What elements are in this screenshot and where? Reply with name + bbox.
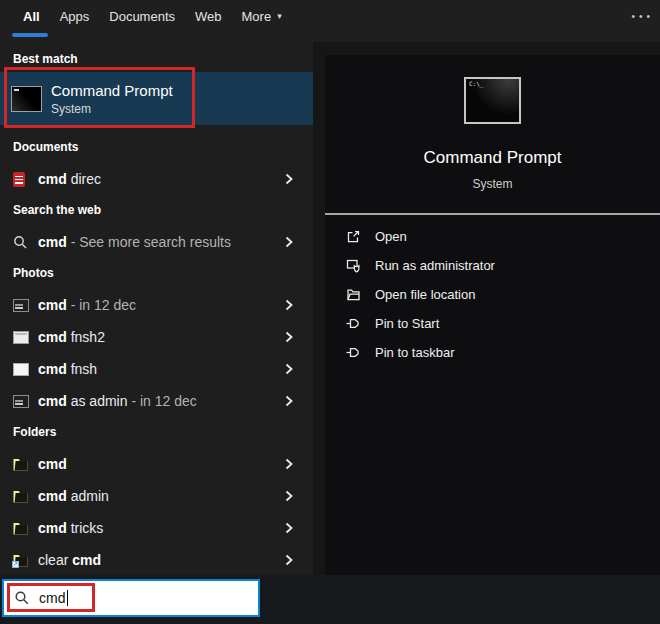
active-tab-underline (12, 33, 48, 37)
chevron-right-icon[interactable] (283, 331, 295, 343)
tab-label: Apps (60, 9, 90, 24)
preview-subtitle: System (472, 177, 512, 191)
section-header: Photos (13, 266, 313, 281)
search-filter-bar: AllAppsDocumentsWebMore▾ ••• (0, 0, 660, 42)
tab-label: Documents (109, 9, 175, 24)
result-row[interactable]: cmd (0, 448, 313, 480)
action-label: Open file location (375, 287, 475, 302)
tab-all[interactable]: All (23, 9, 40, 24)
chevron-right-icon[interactable] (283, 458, 295, 470)
result-row[interactable]: cmd fnsh2 (0, 321, 313, 353)
action-label: Run as administrator (375, 258, 495, 273)
search-results-panel: Best match Command Prompt System Documen… (0, 42, 313, 575)
chevron-right-icon[interactable] (283, 173, 295, 185)
section-header-best-match: Best match (13, 52, 313, 67)
action-label: Pin to Start (375, 316, 439, 331)
preview-region: Command Prompt System OpenRun as adminis… (313, 42, 660, 575)
photo-dark-icon (13, 299, 29, 312)
best-match-result[interactable]: Command Prompt System (0, 72, 313, 125)
action-label: Open (375, 229, 407, 244)
result-row[interactable]: cmd direc (0, 163, 313, 195)
tab-label: More (242, 9, 272, 24)
result-label: cmd tricks (38, 520, 103, 536)
preview-title: Command Prompt (424, 148, 562, 168)
result-label: cmd fnsh2 (38, 329, 105, 345)
command-prompt-icon-large (464, 77, 521, 124)
tab-web[interactable]: Web (195, 9, 222, 24)
tab-apps[interactable]: Apps (60, 9, 90, 24)
tab-label: All (23, 9, 40, 24)
best-match-subtitle: System (51, 102, 173, 116)
windows-search-flyout: AllAppsDocumentsWebMore▾ ••• Best match … (0, 0, 660, 624)
folder-shortcut-icon: ↗ (13, 554, 29, 567)
best-match-texts: Command Prompt System (51, 82, 173, 116)
search-query-text: cmd (39, 590, 65, 606)
admin-shield-icon (345, 257, 362, 274)
section-header: Folders (13, 425, 313, 440)
result-row[interactable]: cmd as admin - in 12 dec (0, 385, 313, 417)
action-list: OpenRun as administratorOpen file locati… (345, 222, 654, 367)
chevron-right-icon[interactable] (283, 363, 295, 375)
tab-documents[interactable]: Documents (109, 9, 175, 24)
action-open[interactable]: Open (345, 222, 654, 251)
taskbar-search-input[interactable]: cmd (2, 579, 260, 617)
result-row[interactable]: cmd - See more search results (0, 226, 313, 258)
websearch-icon (13, 235, 29, 250)
command-prompt-icon (11, 86, 42, 112)
chevron-down-icon: ▾ (277, 11, 282, 21)
result-row[interactable]: ↗clear cmd (0, 544, 313, 575)
folder-icon (13, 522, 29, 535)
best-match-title: Command Prompt (51, 82, 173, 99)
taskbar: cmd (0, 575, 660, 624)
tab-label: Web (195, 9, 222, 24)
photo-white-icon (13, 363, 29, 376)
chevron-right-icon[interactable] (283, 554, 295, 566)
section-header: Search the web (13, 203, 313, 218)
photo-light-icon (13, 331, 29, 344)
result-row[interactable]: cmd fnsh (0, 353, 313, 385)
text-cursor (67, 590, 68, 606)
result-label: cmd (38, 456, 67, 472)
chevron-right-icon[interactable] (283, 299, 295, 311)
result-row[interactable]: cmd - in 12 dec (0, 289, 313, 321)
open-icon (345, 228, 362, 245)
folder-icon (13, 490, 29, 503)
chevron-right-icon[interactable] (283, 395, 295, 407)
result-row[interactable]: cmd tricks (0, 512, 313, 544)
result-label: cmd - See more search results (38, 234, 231, 250)
file-location-icon (345, 286, 362, 303)
tab-list: AllAppsDocumentsWebMore▾ (0, 0, 660, 32)
pin-icon (345, 344, 362, 361)
result-label: cmd fnsh (38, 361, 97, 377)
section-header: Documents (13, 140, 313, 155)
action-run-as-administrator[interactable]: Run as administrator (345, 251, 654, 280)
result-sections: Documentscmd direcSearch the webcmd - Se… (0, 140, 313, 575)
result-row[interactable]: cmd admin (0, 480, 313, 512)
chevron-right-icon[interactable] (283, 490, 295, 502)
pin-icon (345, 315, 362, 332)
photo-dark-icon (13, 395, 29, 408)
result-label: cmd as admin - in 12 dec (38, 393, 197, 409)
action-pin-to-start[interactable]: Pin to Start (345, 309, 654, 338)
chevron-right-icon[interactable] (283, 522, 295, 534)
tab-more[interactable]: More▾ (242, 9, 282, 24)
result-label: cmd - in 12 dec (38, 297, 136, 313)
more-options-icon[interactable]: ••• (631, 11, 654, 22)
preview-panel: Command Prompt System OpenRun as adminis… (325, 55, 660, 575)
action-label: Pin to taskbar (375, 345, 455, 360)
divider (325, 213, 660, 215)
search-icon (14, 590, 30, 606)
pdf-icon (13, 172, 29, 187)
action-open-file-location[interactable]: Open file location (345, 280, 654, 309)
result-label: clear cmd (38, 552, 101, 568)
result-label: cmd direc (38, 171, 101, 187)
result-label: cmd admin (38, 488, 109, 504)
folder-icon (13, 458, 29, 471)
chevron-right-icon[interactable] (283, 236, 295, 248)
action-pin-to-taskbar[interactable]: Pin to taskbar (345, 338, 654, 367)
